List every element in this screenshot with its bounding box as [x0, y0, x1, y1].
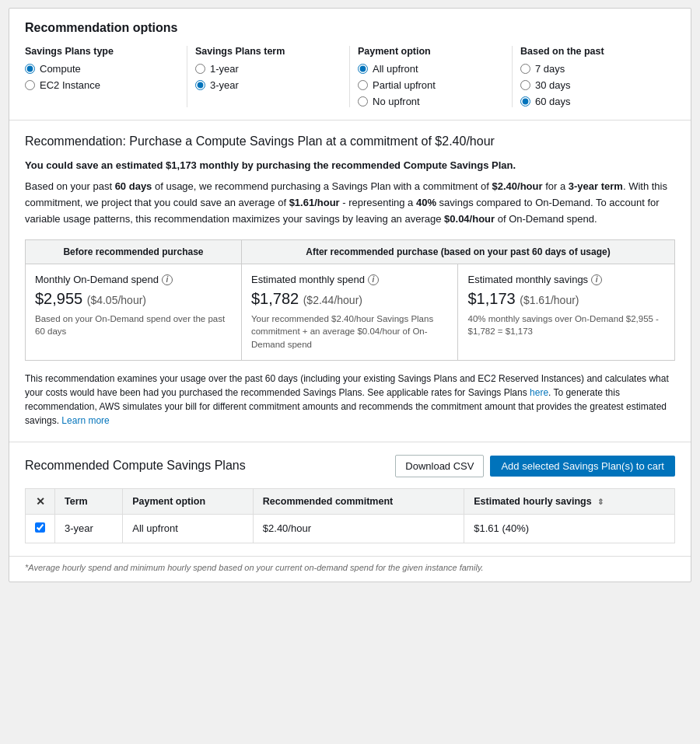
before-per-hour: ($4.05/hour) [87, 294, 146, 306]
recommendation-body: Based on your past 60 days of usage, we … [25, 179, 675, 227]
radio-7days[interactable]: 7 days [520, 63, 667, 75]
body-days: 60 days [115, 180, 152, 192]
after-spend-per-hour: ($2.44/hour) [303, 294, 362, 306]
after-cards: After recommended purchase (based on you… [242, 240, 674, 359]
savings-plans-type-label: Savings Plans type [25, 46, 179, 57]
row-checkbox-cell[interactable] [26, 514, 55, 543]
col-checkbox: ✕ [26, 488, 55, 514]
recommendation-summary: You could save an estimated $1,173 month… [25, 159, 675, 171]
radio-30days-label: 30 days [535, 79, 571, 91]
savings-plans-term-col: Savings Plans term 1-year 3-year [187, 46, 350, 107]
table-header-row: Recommended Compute Savings Plans Downlo… [25, 455, 675, 477]
radio-7days-label: 7 days [535, 63, 565, 75]
after-savings-amount: $1,173 ($1.61/hour) [467, 290, 665, 308]
before-amount: $2,955 ($4.05/hour) [35, 290, 232, 308]
after-cards-inner: Estimated monthly spend i $1,782 ($2.44/… [242, 264, 674, 359]
recommendation-detail-section: Recommendation: Purchase a Compute Savin… [9, 121, 691, 442]
radio-partial-upfront-label: Partial upfront [373, 79, 436, 91]
recommendation-footer: This recommendation examines your usage … [25, 372, 675, 428]
payment-option-group: All upfront Partial upfront No upfront [358, 63, 504, 107]
table-header: ✕ Term Payment option Recommended commit… [26, 488, 675, 514]
options-grid: Savings Plans type Compute EC2 Instance … [25, 46, 675, 107]
options-title: Recommendation options [25, 21, 675, 35]
row-term: 3-year [55, 514, 123, 543]
here-link[interactable]: here [530, 387, 548, 398]
col-estimated-hourly-savings[interactable]: Estimated hourly savings ⇕ [464, 488, 675, 514]
after-spend-label: Estimated monthly spend i [251, 274, 449, 285]
col-recommended-commitment: Recommended commitment [253, 488, 464, 514]
after-spend-footnote: Your recommended $2.40/hour Savings Plan… [251, 313, 449, 350]
radio-no-upfront-label: No upfront [373, 96, 420, 107]
after-savings-body: Estimated monthly savings i $1,173 ($1.6… [458, 264, 674, 347]
after-savings-per-hour: ($1.61/hour) [520, 294, 579, 306]
savings-plans-term-label: Savings Plans term [195, 46, 341, 57]
radio-60days[interactable]: 60 days [520, 96, 667, 107]
body-term: 3-year term [569, 180, 623, 192]
payment-option-col: Payment option All upfront Partial upfro… [350, 46, 513, 107]
before-info-icon[interactable]: i [162, 274, 173, 285]
savings-plans-term-group: 1-year 3-year [195, 63, 341, 91]
after-spend-body: Estimated monthly spend i $1,782 ($2.44/… [242, 264, 458, 359]
col-payment-option: Payment option [123, 488, 254, 514]
savings-plans-type-group: Compute EC2 Instance [25, 63, 179, 91]
row-payment-option: All upfront [123, 514, 254, 543]
after-header: After recommended purchase (based on you… [242, 240, 674, 264]
table-row: 3-year All upfront $2.40/hour $1.61 (40%… [26, 514, 675, 543]
row-recommended-commitment: $2.40/hour [253, 514, 464, 543]
recommendation-title: Recommendation: Purchase a Compute Savin… [25, 134, 675, 148]
radio-3year[interactable]: 3-year [195, 79, 341, 91]
after-spend-info-icon[interactable]: i [368, 274, 379, 285]
row-estimated-hourly-savings: $1.61 (40%) [464, 514, 675, 543]
payment-option-label: Payment option [358, 46, 504, 57]
before-footnote: Based on your On-Demand spend over the p… [35, 313, 232, 337]
radio-compute-label: Compute [40, 63, 81, 75]
based-on-past-label: Based on the past [520, 46, 667, 57]
savings-plans-table: ✕ Term Payment option Recommended commit… [25, 488, 675, 543]
table-section: Recommended Compute Savings Plans Downlo… [9, 442, 691, 557]
after-savings-label: Estimated monthly savings i [467, 274, 665, 285]
radio-compute[interactable]: Compute [25, 63, 179, 75]
radio-30days[interactable]: 30 days [520, 79, 667, 91]
radio-ec2[interactable]: EC2 Instance [25, 79, 179, 91]
table-title: Recommended Compute Savings Plans [25, 459, 246, 473]
before-header: Before recommended purchase [26, 240, 241, 264]
radio-3year-label: 3-year [210, 79, 239, 91]
savings-plans-type-col: Savings Plans type Compute EC2 Instance [25, 46, 187, 107]
radio-60days-label: 60 days [535, 96, 571, 107]
radio-no-upfront[interactable]: No upfront [358, 96, 504, 107]
body-savings-pct: 40% [416, 197, 436, 208]
based-on-past-group: 7 days 30 days 60 days [520, 63, 667, 107]
radio-1year-label: 1-year [210, 63, 239, 75]
main-card: Recommendation options Savings Plans typ… [9, 8, 691, 582]
after-spend-card: Estimated monthly spend i $1,782 ($2.44/… [242, 264, 459, 359]
after-savings-footnote: 40% monthly savings over On-Demand $2,95… [467, 313, 665, 337]
radio-partial-upfront[interactable]: Partial upfront [358, 79, 504, 91]
download-csv-button[interactable]: Download CSV [395, 455, 484, 477]
row-checkbox[interactable] [35, 522, 45, 533]
after-savings-card: Estimated monthly savings i $1,173 ($1.6… [458, 264, 674, 359]
body-savings-per-hour: $1.61/hour [289, 197, 340, 208]
after-savings-info-icon[interactable]: i [591, 274, 602, 285]
radio-all-upfront-label: All upfront [373, 63, 418, 75]
radio-1year[interactable]: 1-year [195, 63, 341, 75]
radio-all-upfront[interactable]: All upfront [358, 63, 504, 75]
before-after-cards: Before recommended purchase Monthly On-D… [25, 239, 675, 360]
add-to-cart-button[interactable]: Add selected Savings Plan(s) to cart [490, 456, 675, 477]
body-commitment: $2.40/hour [492, 180, 543, 192]
recommendation-options-section: Recommendation options Savings Plans typ… [9, 9, 691, 121]
before-card: Before recommended purchase Monthly On-D… [26, 240, 242, 359]
footer-note: *Average hourly spend and minimum hourly… [9, 557, 691, 582]
radio-ec2-label: EC2 Instance [40, 79, 100, 91]
sort-icon: ⇕ [597, 498, 604, 506]
after-spend-amount: $1,782 ($2.44/hour) [251, 290, 449, 308]
before-card-label: Monthly On-Demand spend i [35, 274, 232, 285]
learn-more-link[interactable]: Learn more [61, 415, 109, 426]
col-term: Term [55, 488, 123, 514]
table-actions: Download CSV Add selected Savings Plan(s… [395, 455, 675, 477]
based-on-past-col: Based on the past 7 days 30 days 60 days [513, 46, 675, 107]
body-ondemand-hourly: $0.04/hour [444, 213, 495, 225]
before-card-body: Monthly On-Demand spend i $2,955 ($4.05/… [26, 264, 241, 347]
